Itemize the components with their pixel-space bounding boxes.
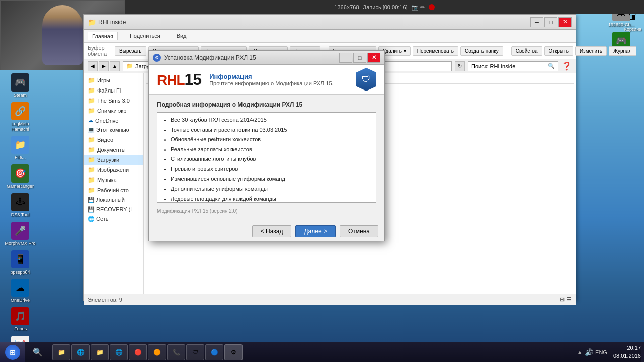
taskbar-item-ie1[interactable]: 🌐 [71,344,90,360]
dialog-window-controls: ─ □ ✕ [339,53,380,63]
dialog-body: Подробная информация о Модификации РХЛ 1… [149,95,384,220]
recording-resolution: 1366×768 [334,4,359,10]
systray-volume[interactable]: 🔊 [585,348,593,356]
explorer-ribbon-tabs: Главная Поделиться Вид [84,30,576,43]
header-info-title: Информация [209,73,348,80]
desktop-icon-gameranger[interactable]: 🎯 GameRanger [2,163,38,190]
search-box[interactable]: Поиск: RHLinside 🔍 [468,61,558,71]
taskbar-item-active[interactable]: ⚙ [224,344,243,360]
logo-rhl: RHL [157,72,185,88]
view-list-button[interactable]: ☰ [567,296,572,303]
dialog-maximize-button[interactable]: □ [353,53,366,63]
explorer-close-button[interactable]: ✕ [558,17,572,27]
sidebar-item-network[interactable]: 🌐 Сеть [84,214,143,224]
explorer-titlebar: 📁 RHLinside ─ □ ✕ [84,15,576,30]
nav-back-button[interactable]: ◀ [88,61,98,71]
taskbar-item-explorer2[interactable]: 📁 [91,344,109,360]
feature-item: Обновлённые рейтинги хоккеистов [171,135,371,144]
dialog-close-button[interactable]: ✕ [367,53,380,63]
feature-item: Превью игровых свитеров [171,165,371,174]
toolbar-rename-button[interactable]: Переименовать [413,46,458,56]
desktop-icon-ppsspp[interactable]: 📱 ppsspp64 [2,249,38,276]
explorer-minimize-button[interactable]: ─ [530,17,543,27]
system-clock[interactable]: 20:17 08.01.2016 [613,344,641,360]
sidebar-item-desktop[interactable]: 📁Рабочий сто [84,185,143,195]
desktop-icon-ds3[interactable]: 🕹 DS3 Tool [2,192,38,219]
desktop-icon-file[interactable]: 📁 File... [2,135,38,161]
toolbar-edit-button[interactable]: Изменить [575,46,607,56]
cancel-button[interactable]: Отмена [340,225,378,237]
help-icon[interactable]: ❓ [561,61,572,71]
desktop-icon-itunes[interactable]: 🎵 iTunes [2,306,38,333]
nav-buttons: ◀ ▶ ▲ [88,61,120,71]
taskbar-item-blue[interactable]: 🔵 [205,344,223,360]
start-button[interactable]: ⊞ [0,342,25,363]
next-button[interactable]: Далее > [295,225,336,237]
view-buttons: ⊞ ☰ [560,296,572,303]
taskbar-item-ie2[interactable]: 🌐 [110,344,128,360]
taskbar-items: 📁 🌐 📁 🌐 🔴 🟠 📞 🛡 🔵 ⚙ [50,344,573,360]
taskbar-search-button[interactable]: 🔍 [25,342,50,363]
taskbar-item-red[interactable]: 🔴 [129,344,147,360]
logo-15: 15 [185,70,202,89]
desktop-icon-onedrive[interactable]: ☁ OneDrive [2,278,38,304]
desktop: 1366×768 Запись [00:00:16] 📷 ✏ 🎮 Steam 🔗… [0,0,644,362]
header-info-subtitle: Прочтите информацию о Модификации РХЛ 15… [209,80,348,86]
sidebar-item-docs[interactable]: 📁Документы [84,145,143,155]
show-desktop-button[interactable] [641,342,644,363]
dialog-scroll-area[interactable]: Все 30 клубов НХЛ сезона 2014/2015 Точны… [157,112,376,203]
recording-icon: 📷 ✏ [412,4,425,11]
sidebar-item-recovery[interactable]: 💾 RECOVERY (I [84,205,143,214]
refresh-button[interactable]: ↻ [455,61,465,71]
recording-time: Запись [00:00:16] [363,4,408,10]
sidebar-item-images[interactable]: 📁Изображени [84,165,143,175]
toolbar-properties-button[interactable]: Свойства [511,46,542,56]
feature-item: Изменившиеся основные униформы команд [171,175,371,184]
sidebar-item-screenshots[interactable]: 📁Снимки экр [84,106,143,116]
clock-time: 20:17 [613,344,641,352]
header-info: Информация Прочтите информацию о Модифик… [209,73,348,86]
features-list: Все 30 клубов НХЛ сезона 2014/2015 Точны… [163,116,371,203]
sidebar-item-computer[interactable]: 💻 Этот компью [84,125,143,135]
dialog-footer: < Назад Далее > Отмена [149,221,384,241]
systray-expand[interactable]: ▲ [577,349,583,356]
explorer-status-bar: Элементов: 9 ⊞ ☰ [84,294,576,305]
sidebar-item-onedrive[interactable]: ☁OneDrive [84,116,143,125]
ribbon-tab-share[interactable]: Поделиться [126,32,165,40]
rhl-logo: RHL15 [157,70,201,89]
back-button[interactable]: < Назад [252,225,292,237]
desktop-icon-logmein[interactable]: 🔗 LogMeIn Hamachi [2,101,38,133]
taskbar-item-shield[interactable]: 🛡 [186,344,204,360]
ribbon-tab-view[interactable]: Вид [173,32,191,40]
ribbon-tab-home[interactable]: Главная [88,32,118,40]
sidebar-item-games[interactable]: 📁Игры [84,75,143,85]
feature-item: Ледовые площадки для каждой команды [171,195,371,203]
desktop-icon-morphvox[interactable]: 🎤 MorphVOX Pro [2,221,38,247]
sidebar-item-music[interactable]: 📁Музыка [84,175,143,185]
sidebar-item-sims[interactable]: 📁The Sims 3.0 [84,96,143,106]
sidebar-item-local[interactable]: 💾 Локальный [84,195,143,205]
feature-item: Дополнительные униформы команды [171,185,371,194]
desktop-icon-steam[interactable]: 🎮 Steam [2,72,38,99]
sidebar-item-video[interactable]: 📁Видео [84,135,143,145]
dialog-minimize-button[interactable]: ─ [339,53,352,63]
explorer-maximize-button[interactable]: □ [544,17,557,27]
toolbar-open-button[interactable]: Открыть [544,46,573,56]
nav-forward-button[interactable]: ▶ [99,61,109,71]
installer-dialog: ⚙ Установка Модификации РХЛ 15 ─ □ ✕ RHL… [148,50,385,241]
nav-up-button[interactable]: ▲ [110,61,120,71]
taskbar-item-phone[interactable]: 📞 [167,344,185,360]
toolbar-new-folder-button[interactable]: Создать папку [460,46,503,56]
explorer-title-text: RHLinside [98,19,530,26]
view-grid-button[interactable]: ⊞ [560,296,565,303]
toolbar-cut-button[interactable]: Вырезать [115,46,146,56]
toolbar-history-button[interactable]: Журнал [609,46,636,56]
taskbar-item-explorer[interactable]: 📁 [52,344,70,360]
sidebar-item-downloads[interactable]: 📁Загрузки [84,155,143,165]
taskbar-item-orange[interactable]: 🟠 [148,344,166,360]
taskbar: ⊞ 🔍 📁 🌐 📁 🌐 🔴 🟠 📞 🛡 🔵 ⚙ ▲ 🔊 ENG 20:17 08… [0,342,644,362]
sidebar-item-files[interactable]: 📁Файлы Fl [84,85,143,96]
explorer-sidebar: 📁Игры 📁Файлы Fl 📁The Sims 3.0 📁Снимки эк… [84,73,144,294]
search-icon: 🔍 [548,63,555,69]
systray-language[interactable]: ENG [595,349,607,355]
